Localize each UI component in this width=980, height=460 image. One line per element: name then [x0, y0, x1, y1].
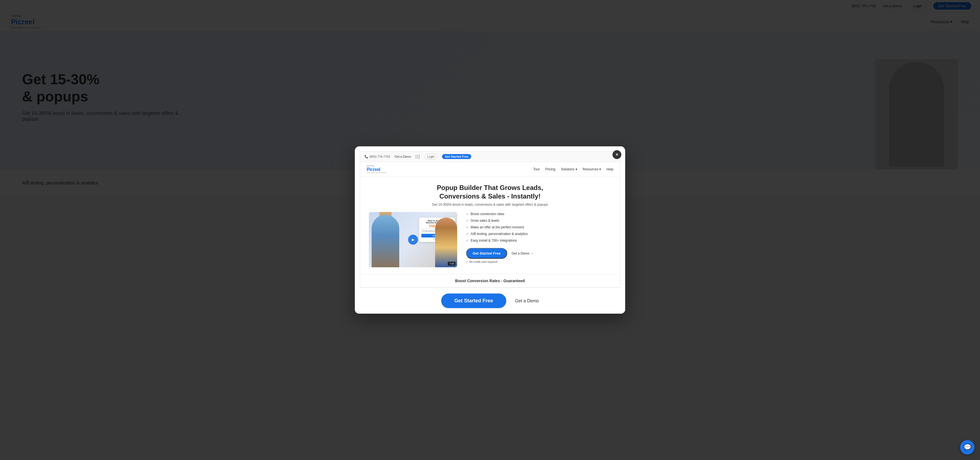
feature-item-4: ✓ A/B testing, personalization & analyti…	[466, 232, 611, 236]
modal-inner-preview: 📞 (855) 776-7763 Get a Demo Login Get St…	[360, 151, 620, 288]
inner-main: Want To See How ToMonetize Bounce Traffi…	[369, 212, 611, 267]
inner-logo-name: Picreel	[367, 167, 387, 172]
inner-nav-solutions[interactable]: Solutions ▾	[561, 167, 577, 171]
person-body	[372, 215, 399, 267]
modal-close-button[interactable]: ×	[612, 150, 621, 159]
inner-logo-proprofs: ProProfs	[367, 165, 387, 167]
inner-bottom-label: Boost Conversion Rates - Guaranteed	[360, 274, 620, 288]
modal-bottom-cta-bar: Get Started Free Get a Demo	[355, 288, 625, 314]
video-thumbnail[interactable]: Want To See How ToMonetize Bounce Traffi…	[369, 212, 457, 267]
modal-get-started-button[interactable]: Get Started Free	[441, 294, 506, 308]
video-person-right	[435, 217, 457, 267]
grid-icon	[415, 155, 420, 158]
inner-nav-resources[interactable]: Resources ▾	[583, 167, 601, 171]
check-icon-4: ✓	[466, 232, 468, 236]
check-icon-1: ✓	[466, 212, 468, 216]
no-credit-card-notice: ✓ No credit card required.	[466, 260, 611, 264]
inner-get-started-button[interactable]: Get Started Free	[466, 248, 507, 259]
inner-hero-subtitle: Get 15-300% boost in leads, conversions …	[369, 203, 611, 206]
inner-logo: ProProfs Picreel Grow Sales & Conversion…	[367, 165, 387, 174]
inner-hero-title: Popup Builder That Grows Leads,Conversio…	[369, 183, 611, 200]
inner-cta-area: Get Started Free Get a Demo →	[466, 248, 611, 259]
feature-item-5: ✓ Easy install & 700+ integrations	[466, 238, 611, 243]
inner-nav-pricing[interactable]: Pricing	[545, 167, 555, 171]
inner-logo-tagline: Grow Sales & Conversions	[367, 172, 387, 174]
inner-login[interactable]: Login	[424, 154, 438, 159]
inner-nav-tour[interactable]: Tour	[533, 167, 540, 171]
inner-features: ✓ Boost conversion rates ✓ Grow sales & …	[466, 212, 611, 264]
check-icon-5: ✓	[466, 239, 468, 243]
check-icon-2: ✓	[466, 219, 468, 222]
modal-overlay: × 📞 (855) 776-7763 Get a Demo Login Get …	[0, 0, 980, 460]
chat-widget[interactable]: 💬	[960, 440, 974, 454]
video-person-left	[372, 215, 399, 267]
close-icon: ×	[616, 152, 618, 157]
phone-icon: 📞	[364, 155, 368, 158]
video-duration: 7:06	[448, 262, 455, 266]
feature-item-1: ✓ Boost conversion rates	[466, 212, 611, 216]
inner-navbar: ProProfs Picreel Grow Sales & Conversion…	[360, 162, 620, 177]
side-person-body	[435, 217, 457, 267]
inner-topbar: 📞 (855) 776-7763 Get a Demo Login Get St…	[360, 152, 620, 162]
feature-item-3: ✓ Make an offer at the perfect moment	[466, 225, 611, 229]
play-button[interactable]: ▶	[408, 235, 418, 244]
inner-content: Popup Builder That Grows Leads,Conversio…	[360, 177, 620, 274]
inner-phone: 📞 (855) 776-7763	[364, 155, 390, 158]
inner-nav-help[interactable]: Help	[606, 167, 613, 171]
feature-list: ✓ Boost conversion rates ✓ Grow sales & …	[466, 212, 611, 243]
modal: × 📞 (855) 776-7763 Get a Demo Login Get …	[355, 146, 625, 314]
inner-topbar-cta[interactable]: Get Started Free	[442, 154, 471, 159]
chat-icon: 💬	[964, 444, 971, 451]
modal-get-demo-button[interactable]: Get a Demo	[515, 299, 539, 303]
feature-item-2: ✓ Grow sales & leads	[466, 219, 611, 222]
check-icon-3: ✓	[466, 225, 468, 229]
check-icon-cc: ✓	[466, 260, 468, 264]
inner-get-demo: Get a Demo	[395, 155, 411, 158]
inner-nav-links: Tour Pricing Solutions ▾ Resources ▾ Hel…	[533, 167, 613, 171]
inner-get-demo-link[interactable]: Get a Demo →	[512, 252, 534, 256]
